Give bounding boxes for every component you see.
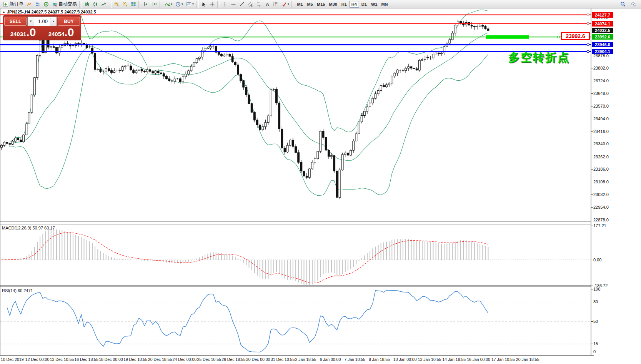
vertical-line-button[interactable] (221, 0, 229, 8)
zoom-in-icon (114, 2, 119, 7)
bar-chart-icon (84, 2, 90, 7)
line-chart-icon (101, 2, 107, 7)
auto-trading-icon (52, 2, 57, 7)
cursor-button[interactable] (200, 0, 208, 8)
timeframe-h4-button[interactable]: H4 (349, 1, 359, 8)
navigator-button[interactable] (42, 0, 50, 8)
chat-icon (631, 2, 636, 7)
timeframe-w1-button[interactable]: W1 (369, 1, 380, 8)
volume-stepper: ▼ 1.00 ▲ (27, 17, 57, 26)
chevron-down-icon[interactable]: ▾ (288, 2, 289, 6)
chart-shift-icon (152, 2, 157, 7)
auto-scroll-button[interactable] (142, 0, 150, 8)
new-order-icon (3, 2, 8, 7)
candlestick-chart-icon (93, 2, 98, 7)
search-icon (620, 2, 626, 7)
zoom-in-button[interactable] (112, 0, 121, 8)
sell-button[interactable]: SELL (4, 17, 27, 26)
equidistant-channel-icon: E (248, 2, 253, 7)
periods-button[interactable]: ▾ (174, 0, 185, 8)
periods-icon (175, 2, 181, 7)
svg-text:T: T (275, 2, 277, 6)
svg-text:E: E (251, 4, 253, 7)
templates-icon (186, 2, 191, 7)
buy-price[interactable]: 24054 .0 (42, 26, 80, 40)
volume-increase-button[interactable]: ▲ (50, 17, 57, 26)
sell-price-frac: .0 (26, 27, 36, 38)
search-button[interactable] (619, 0, 627, 8)
timeframe-m15-button[interactable]: M15 (315, 1, 327, 8)
bar-chart-button[interactable] (83, 0, 91, 8)
indicators-icon (165, 2, 170, 7)
zoom-out-button[interactable] (121, 0, 129, 8)
profiles-button[interactable] (33, 0, 42, 8)
fibonacci-button[interactable]: F (255, 0, 263, 8)
toolbar-separator (291, 1, 294, 8)
toolbar-separator (160, 1, 162, 8)
tile-windows-icon (131, 2, 136, 7)
chart-shift-button[interactable] (150, 0, 159, 8)
tile-windows-button[interactable] (129, 0, 138, 8)
price-tag-label[interactable]: 23992.6 (561, 32, 590, 40)
indicators-button[interactable]: ▾ (163, 0, 174, 8)
navigator-icon (43, 2, 49, 7)
new-chart-icon (27, 2, 32, 7)
chart-title-bar: ▲ JPN225-,H4 24027.5 24037.5 24027.5 240… (2, 10, 96, 14)
buy-price-frac: .0 (64, 27, 74, 38)
timeframe-mn-button[interactable]: MN (379, 1, 390, 8)
sell-price[interactable]: 24031 .0 (4, 26, 42, 40)
fibonacci-icon: F (256, 2, 261, 7)
auto-scroll-icon (143, 2, 149, 7)
toolbar-separator (109, 1, 112, 8)
buy-button[interactable]: BUY (58, 17, 80, 26)
timeframe-d1-button[interactable]: D1 (359, 1, 369, 8)
text-label-button[interactable]: T (271, 0, 280, 8)
vertical-line-icon (222, 2, 228, 7)
zoom-out-icon (122, 2, 128, 7)
text-button[interactable]: A (263, 0, 271, 8)
chevron-down-icon[interactable]: ▾ (192, 2, 194, 6)
profiles-icon (35, 2, 40, 7)
templates-button[interactable]: ▾ (185, 0, 195, 8)
cursor-icon (201, 2, 206, 7)
turning-point-annotation[interactable]: 多空转折点 (508, 50, 570, 65)
one-click-trade-panel: SELL ▼ 1.00 ▲ BUY 24031 .0 24054 .0 (3, 15, 81, 40)
new-chart-button[interactable] (25, 0, 33, 8)
toolbar: 新订单自动交易▾▾▾EFAT▾M1M5M15M30H1H4D1W1MN (0, 0, 641, 8)
volume-input[interactable]: 1.00 (34, 17, 50, 26)
text-icon: A (265, 2, 270, 7)
timeframe-h1-button[interactable]: H1 (339, 1, 349, 8)
volume-decrease-button[interactable]: ▼ (28, 17, 34, 26)
chart-window[interactable]: ▲ JPN225-,H4 24027.5 24037.5 24027.5 240… (0, 8, 641, 364)
chart-ohlc-title: JPN225-,H4 24027.5 24037.5 24027.5 24032… (7, 10, 96, 14)
text-label-icon: T (273, 2, 278, 7)
svg-text:A: A (266, 2, 269, 7)
crosshair-icon (210, 2, 215, 7)
equidistant-channel-button[interactable]: E (246, 0, 255, 8)
chat-button[interactable] (629, 0, 638, 8)
chevron-down-icon[interactable]: ▾ (181, 2, 183, 6)
timeframe-m5-button[interactable]: M5 (305, 1, 315, 8)
crosshair-button[interactable] (208, 0, 216, 8)
arrows-icon (281, 2, 287, 7)
auto-trading-label: 自动交易 (58, 1, 77, 7)
toolbar-separator (79, 1, 82, 8)
timeframe-m30-button[interactable]: M30 (327, 1, 339, 8)
svg-text:F: F (260, 4, 261, 7)
trendline-icon (239, 2, 245, 7)
line-chart-button[interactable] (100, 0, 108, 8)
arrows-button[interactable]: ▾ (280, 0, 291, 8)
trendline-button[interactable] (238, 0, 246, 8)
new-order-button[interactable]: 新订单 (2, 0, 25, 8)
horizontal-line-icon (231, 2, 236, 7)
timeframe-m1-button[interactable]: M1 (295, 1, 305, 8)
toolbar-separator (217, 1, 220, 8)
collapse-icon[interactable]: ▲ (2, 10, 5, 14)
candlestick-chart-button[interactable] (91, 0, 100, 8)
sell-price-main: 24031 (10, 31, 27, 37)
toolbar-separator (138, 1, 141, 8)
horizontal-line-button[interactable] (229, 0, 238, 8)
toolbar-right-group (619, 0, 639, 8)
auto-trading-button[interactable]: 自动交易 (50, 0, 78, 8)
chevron-down-icon[interactable]: ▾ (171, 2, 172, 6)
